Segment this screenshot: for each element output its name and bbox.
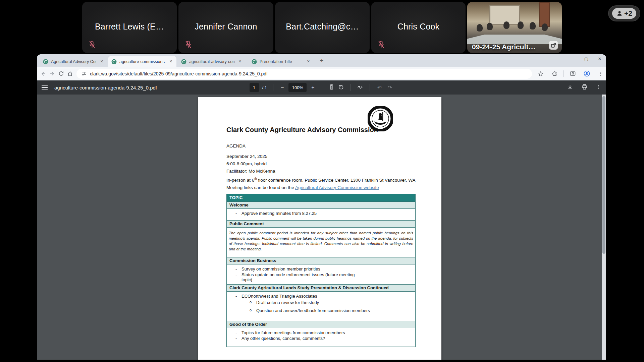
pdf-menu-icon[interactable]	[42, 84, 48, 90]
section-welcome: Welcome	[227, 201, 415, 208]
section-good-of-the-order-body: Topics for future meetings from commissi…	[227, 328, 415, 347]
tab-presentation-title[interactable]: Presentation Title ✕	[248, 56, 314, 67]
table-header: TOPIC	[227, 194, 415, 201]
home-button[interactable]	[66, 68, 75, 79]
url-text: clark.wa.gov/sites/default/files/2025-09…	[90, 71, 268, 76]
window-close-button[interactable]: ✕	[597, 56, 603, 61]
video-tile-label: 09-24-25 Agricult…	[472, 43, 535, 51]
browser-toolbar: clark.wa.gov/sites/default/files/2025-09…	[37, 67, 606, 80]
clark-county-favicon	[181, 59, 186, 64]
participant-name: Bart.Catching@c…	[275, 22, 370, 32]
section-lands-study-body: ECOnorthwest and Triangle Associates Dra…	[227, 291, 415, 321]
page-number-input[interactable]: 1	[250, 83, 259, 92]
rotate-icon[interactable]	[338, 84, 344, 91]
site-info-icon[interactable]	[81, 71, 87, 76]
pdf-toolbar: agriculture-commission-agenda-9.24.25_0.…	[37, 80, 606, 95]
print-icon[interactable]	[581, 84, 588, 92]
undo-icon[interactable]: ↶	[376, 84, 383, 91]
tab-close-icon[interactable]: ✕	[237, 59, 243, 64]
zoom-in-button[interactable]: +	[310, 84, 316, 90]
section-welcome-body: Approve meeting minutes from 8.27.25	[227, 208, 415, 220]
bottom-letterbox	[0, 360, 644, 362]
tab-search-icon[interactable]	[567, 68, 578, 79]
section-public-comment: Public Comment	[227, 220, 415, 227]
clark-county-favicon	[252, 59, 257, 64]
document-title: Clark County Agriculture Advisory Commis…	[226, 126, 378, 134]
tab-close-icon[interactable]: ✕	[306, 59, 311, 64]
tab-close-icon[interactable]: ✕	[99, 59, 105, 64]
clark-county-favicon	[111, 59, 117, 64]
address-bar[interactable]: clark.wa.gov/sites/default/files/2025-09…	[76, 69, 532, 79]
participant-tile[interactable]: Bart.Catching@c…	[275, 2, 370, 53]
participant-name: Barrett Lewis (E…	[82, 22, 177, 32]
participant-tile[interactable]: Barrett Lewis (E…	[82, 2, 177, 53]
tab-agenda-pdf-active[interactable]: agriculture-commission-agend ✕	[108, 56, 176, 67]
reload-button[interactable]	[57, 68, 66, 79]
new-tab-button[interactable]: +	[317, 57, 326, 64]
mic-off-icon	[377, 40, 386, 49]
hidden-participants-badge[interactable]: +2	[608, 5, 640, 21]
meeting-links-line: Meeting links can be found on the Agricu…	[226, 185, 379, 190]
meeting-facilitator: Facilitator: Mo McKenna	[226, 168, 416, 175]
popout-icon[interactable]	[549, 41, 558, 50]
participant-tile[interactable]: Jennifer Cannon	[178, 2, 273, 53]
public-comment-note: The open public comment period is intend…	[227, 229, 415, 255]
participant-tile[interactable]: Chris Cook	[371, 2, 466, 53]
tab-strip: Agricultural Advisory Commiss ✕ agricult…	[37, 54, 606, 67]
bookmark-star-icon[interactable]	[535, 68, 546, 79]
forward-button[interactable]	[48, 68, 57, 79]
scrollbar-thumb[interactable]	[602, 96, 605, 254]
participant-name: Chris Cook	[371, 22, 466, 32]
commission-website-link[interactable]: Agricultural Advisory Commission website	[295, 185, 379, 190]
profile-icon[interactable]	[581, 68, 592, 79]
back-button[interactable]	[39, 68, 48, 79]
meeting-date: September 24, 2025	[226, 153, 416, 160]
section-commission-business: Commission Business	[227, 257, 415, 264]
mic-off-icon	[184, 40, 193, 49]
pdf-more-icon[interactable]	[596, 84, 601, 91]
extensions-icon[interactable]	[549, 68, 560, 79]
meeting-location: In-person at 6th floor conference room, …	[226, 175, 416, 184]
browser-menu-icon[interactable]	[595, 68, 606, 79]
zoom-out-button[interactable]: −	[279, 84, 285, 90]
redo-icon[interactable]: ↷	[386, 84, 393, 91]
pdf-content-area: Clark County Agriculture Advisory Commis…	[37, 95, 606, 362]
pdf-filename: agriculture-commission-agenda-9.24.25_0.…	[54, 85, 157, 90]
download-icon[interactable]	[567, 84, 573, 92]
tab-advisory-commission[interactable]: agricultural-advisory-commiss ✕	[178, 56, 246, 67]
fit-page-icon[interactable]	[328, 84, 335, 91]
meeting-info: September 24, 2025 6:00-8:00pm, hybrid F…	[226, 153, 416, 184]
toolbar-separator	[564, 70, 564, 77]
zoom-level-input[interactable]: 100%	[288, 83, 307, 92]
clark-county-favicon	[43, 59, 48, 64]
browser-window: Agricultural Advisory Commiss ✕ agricult…	[37, 54, 606, 362]
agenda-label: AGENDA	[226, 143, 246, 148]
participant-name: Jennifer Cannon	[178, 22, 273, 32]
agenda-table: TOPIC Welcome Approve meeting minutes fr…	[226, 194, 416, 347]
section-good-of-the-order: Good of the Order	[227, 321, 415, 328]
person-icon	[616, 10, 623, 17]
mic-off-icon	[88, 40, 97, 49]
screen: Barrett Lewis (E… Jennifer Cannon Bart.C…	[0, 0, 644, 362]
page-total: / 1	[262, 85, 267, 90]
pdf-page: Clark County Agriculture Advisory Commis…	[198, 97, 441, 362]
conference-room-tables	[467, 32, 562, 44]
overflow-count: +2	[624, 9, 632, 17]
tab-separator	[247, 58, 247, 64]
pdf-scrollbar[interactable]	[602, 95, 606, 362]
tab-agricultural-advisory[interactable]: Agricultural Advisory Commiss ✕	[40, 56, 107, 67]
shared-video-tile[interactable]: 09-24-25 Agricult…	[467, 2, 562, 53]
window-minimize-button[interactable]: —	[570, 56, 576, 61]
section-commission-business-body: Survey on commission member priorities S…	[227, 264, 415, 284]
tab-close-icon[interactable]: ✕	[168, 59, 174, 64]
section-public-comment-body: The open public comment period is intend…	[227, 227, 415, 257]
window-restore-button[interactable]: ▢	[583, 56, 589, 61]
section-lands-study: Clark County Agricultural Lands Study Pr…	[227, 284, 415, 291]
conference-room-door	[539, 2, 550, 27]
meeting-time: 6:00-8:00pm, hybrid	[226, 160, 416, 168]
annotate-icon[interactable]	[357, 84, 364, 92]
